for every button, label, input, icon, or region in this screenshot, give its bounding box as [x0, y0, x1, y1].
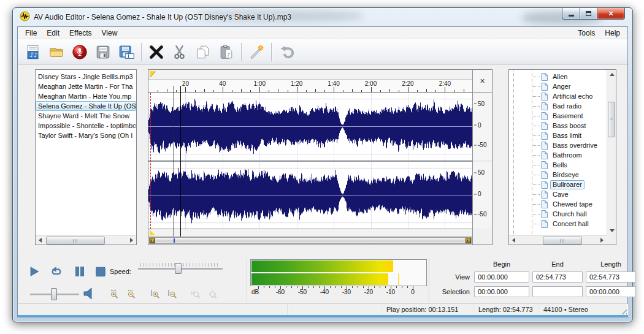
effect-item[interactable]: Chewed tape: [509, 199, 607, 209]
ruler-major-tick: [445, 87, 445, 92]
maximize-button[interactable]: [580, 8, 597, 20]
scroll-left-button[interactable]: [36, 236, 45, 245]
scroll-left-button[interactable]: [509, 236, 518, 245]
playlist-item[interactable]: Shayne Ward - Melt The Snow: [36, 111, 136, 121]
effect-item[interactable]: Church hall: [509, 209, 607, 219]
menu-item[interactable]: Tools: [573, 28, 600, 39]
meter-tick: [264, 286, 264, 288]
wave-navigation-bar[interactable]: [149, 237, 472, 244]
volume-slider[interactable]: [30, 294, 79, 295]
loop-button[interactable]: [47, 263, 66, 280]
effect-item[interactable]: Artificial echo: [509, 91, 607, 101]
zoom-in-horizontal-button[interactable]: [106, 286, 123, 302]
effect-item[interactable]: Anger: [509, 82, 607, 91]
save-as-button[interactable]: [115, 40, 138, 64]
effect-item[interactable]: Birdseye: [509, 170, 607, 180]
undo-button[interactable]: [275, 40, 298, 64]
menu-item[interactable]: View: [97, 28, 123, 39]
selection-length-field[interactable]: 00:00.000: [586, 286, 636, 297]
cut-button[interactable]: [168, 40, 191, 64]
titlebar[interactable]: AV Audio Editor - Selena Gomez - Shale I…: [13, 8, 632, 26]
tree-branch: [532, 155, 540, 156]
zoom-in-vertical-button[interactable]: [147, 286, 163, 302]
effect-item[interactable]: Bass limit: [509, 131, 607, 140]
volume-thumb[interactable]: [51, 288, 57, 300]
minimize-button[interactable]: [562, 8, 580, 20]
start-marker-flag-icon[interactable]: [150, 71, 156, 77]
zoom-out-horizontal-button[interactable]: [123, 286, 140, 302]
nav-handle-right[interactable]: [466, 238, 471, 243]
playlist-item[interactable]: Selena Gomez - Shale It Up (OS: [36, 101, 136, 111]
effect-item[interactable]: Bass overdrive: [509, 140, 607, 150]
top-marker-row[interactable]: [148, 70, 472, 80]
waveform-right-canvas[interactable]: [148, 162, 472, 229]
effect-item[interactable]: Cave: [509, 189, 607, 199]
apply-effect-wand-button[interactable]: [245, 40, 268, 64]
playlist-horizontal-scrollbar[interactable]: [36, 235, 136, 245]
speed-thumb[interactable]: [175, 263, 182, 274]
playlist-item[interactable]: Disney Stars - Jingle Bellls.mp3: [36, 72, 136, 82]
ruler-major-tick: [297, 87, 297, 92]
selection-end-field[interactable]: [532, 286, 583, 297]
client-area: FileEditEffectsView ToolsHelp ♪♪: [17, 26, 628, 317]
copy-button[interactable]: [191, 40, 215, 64]
pause-button[interactable]: [71, 263, 89, 280]
zoom-out-vertical-button[interactable]: [164, 286, 180, 302]
timeline-ruler[interactable]: 20401:001:201:402:002:202:40: [148, 80, 472, 93]
zoom-to-selection-button[interactable]: [187, 286, 204, 302]
view-begin-field[interactable]: 00:00.000: [474, 271, 529, 283]
meter-peak-indicator: [398, 273, 399, 285]
end-marker-flag-icon[interactable]: [150, 230, 155, 235]
effect-item[interactable]: Bells: [509, 160, 607, 170]
paste-button[interactable]: ♪: [215, 40, 238, 64]
menu-item[interactable]: Effects: [64, 28, 96, 39]
record-button[interactable]: [68, 40, 91, 64]
scroll-up-button[interactable]: [607, 70, 616, 79]
bottom-marker-row[interactable]: [148, 229, 472, 236]
open-file-button[interactable]: [45, 40, 68, 64]
effect-item[interactable]: Bass boost: [509, 121, 607, 131]
menu-item[interactable]: Edit: [42, 28, 64, 39]
delete-button[interactable]: [145, 40, 168, 64]
scrollbar-thumb[interactable]: [46, 237, 105, 245]
playlist-item[interactable]: Taylor Swift - Mary's Song (Oh I: [36, 131, 136, 140]
playlist-item[interactable]: Meaghan Martin - Hate You.mp: [36, 91, 136, 101]
view-end-field[interactable]: 02:54.773: [532, 271, 583, 283]
speed-label: Speed:: [110, 268, 131, 275]
view-length-field[interactable]: 02:54.773: [586, 271, 636, 283]
playlist-item[interactable]: Meaghan Jette Martin - For Tha: [36, 82, 136, 91]
playlist-item[interactable]: Impossible - Shontelle - toptimbo: [36, 121, 136, 131]
speed-slider[interactable]: [138, 263, 223, 270]
scrollbar-thumb[interactable]: [608, 102, 615, 137]
effect-item[interactable]: Alien: [509, 72, 607, 82]
zoom-full-button[interactable]: [204, 286, 221, 302]
effect-item[interactable]: Bullroarer: [509, 180, 607, 189]
waveform-channel-left[interactable]: [148, 93, 472, 160]
nav-handle-left[interactable]: [150, 238, 155, 243]
close-button[interactable]: ✕: [597, 8, 625, 20]
meter-tick: [396, 286, 397, 288]
scroll-right-button[interactable]: [597, 236, 607, 245]
waveform-channel-right[interactable]: [148, 162, 472, 229]
effect-item[interactable]: Bad radio: [509, 101, 607, 111]
save-button[interactable]: [91, 40, 115, 64]
scroll-down-button[interactable]: [607, 226, 616, 235]
scrollbar-thumb[interactable]: [543, 237, 582, 245]
menu-item[interactable]: Help: [600, 28, 625, 39]
effects-vertical-scrollbar[interactable]: [607, 70, 616, 235]
meter-tick-label: -50: [298, 289, 307, 295]
stop-button[interactable]: [91, 263, 110, 280]
scroll-right-button[interactable]: [127, 236, 136, 245]
effect-item[interactable]: Concert hall: [509, 219, 607, 229]
effects-horizontal-scrollbar[interactable]: [509, 235, 607, 245]
effect-item[interactable]: Basement: [509, 111, 607, 121]
menu-left: FileEditEffectsView: [20, 28, 122, 39]
waveform-left-canvas[interactable]: [148, 93, 472, 160]
close-wave-view-button[interactable]: ×: [472, 70, 492, 93]
selection-begin-field[interactable]: 00:00.000: [474, 286, 529, 297]
speed-track[interactable]: [138, 268, 223, 270]
effect-item[interactable]: Bathroom: [509, 150, 607, 160]
new-audio-file-button[interactable]: ♪♪: [21, 40, 45, 64]
play-button[interactable]: [25, 263, 44, 280]
menu-item[interactable]: File: [20, 28, 42, 39]
